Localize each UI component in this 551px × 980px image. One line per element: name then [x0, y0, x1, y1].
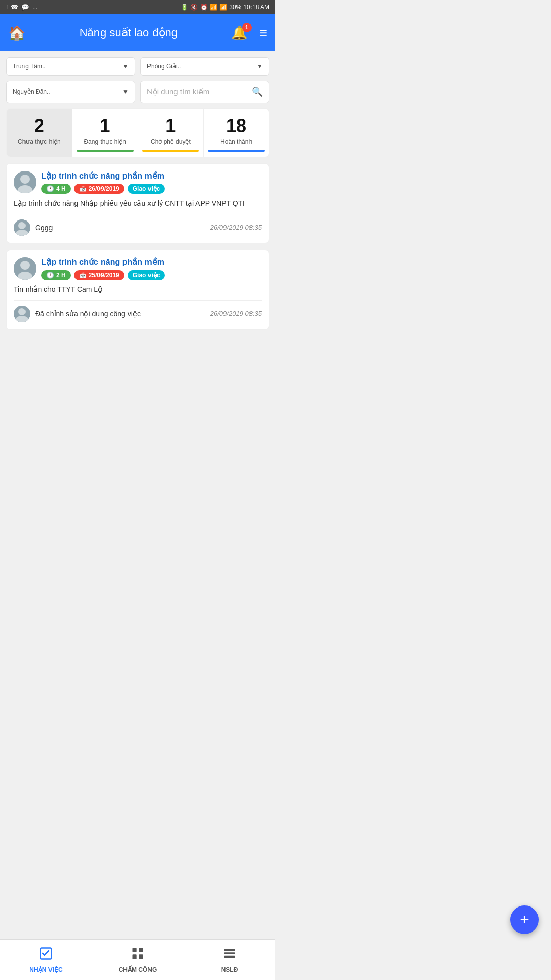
battery-percent: 30%	[229, 4, 241, 11]
stat-dang-thuc-hien[interactable]: 1 Đang thực hiện	[72, 109, 138, 157]
stat-label-0: Chưa thực hiện	[11, 138, 68, 145]
clock-icon-1: 🕐	[46, 272, 54, 279]
main-content: Trung Tâm.. ▼ Phòng Giải.. ▼ Nguyễn Đăn.…	[0, 51, 276, 393]
mute-icon: 🔇	[190, 4, 198, 11]
stat-bar-2	[142, 150, 199, 152]
room-dropdown[interactable]: Phòng Giải.. ▼	[140, 57, 269, 76]
search-box[interactable]: Nội dung tìm kiếm 🔍	[140, 81, 269, 103]
task-title-0: Lập trình chức năng phần mềm	[41, 171, 262, 181]
department-dropdown[interactable]: Trung Tâm.. ▼	[6, 57, 135, 76]
status-bar-right: 🔋 🔇 ⏰ 📶 📶 30% 10:18 AM	[181, 4, 269, 11]
dropdown1-chevron: ▼	[122, 63, 129, 70]
task-meta-1: Lập trình chức năng phần mềm 🕐 2 H 📅 25/…	[41, 257, 262, 280]
clock-icon-0: 🕐	[46, 185, 54, 192]
home-icon[interactable]: 🏠	[8, 24, 26, 41]
task-desc-1: Tin nhắn cho TTYT Cam Lộ	[14, 284, 262, 295]
task-divider-0	[14, 214, 262, 214]
fb-icon: f	[6, 4, 8, 11]
task-divider-1	[14, 300, 262, 301]
task-card-1[interactable]: Lập trình chức năng phần mềm 🕐 2 H 📅 25/…	[6, 250, 269, 330]
status-bar: f ☎ 💬 ... 🔋 🔇 ⏰ 📶 📶 30% 10:18 AM	[0, 0, 276, 14]
task-user-1: Đã chỉnh sửa nội dung công việc	[35, 310, 205, 318]
notification-badge: 1	[242, 23, 252, 32]
page-title: Năng suất lao động	[32, 26, 225, 39]
tag-type-1: Giao việc	[128, 270, 165, 280]
tag-hours-0: 🕐 4 H	[41, 184, 71, 194]
filter-row-1: Trung Tâm.. ▼ Phòng Giải.. ▼	[6, 57, 269, 76]
search-icon: 🔍	[252, 86, 263, 97]
task-meta-0: Lập trình chức năng phần mềm 🕐 4 H 📅 26/…	[41, 171, 262, 194]
more-icon: ...	[32, 4, 37, 11]
dropdown3-chevron: ▼	[122, 88, 129, 95]
chat-icon: 💬	[21, 4, 29, 11]
viber-icon: ☎	[11, 4, 18, 11]
app-header: 🏠 Năng suất lao động 🔔 1 ≡	[0, 14, 276, 51]
status-bar-left: f ☎ 💬 ...	[6, 4, 37, 11]
task-user-0: Gggg	[35, 224, 205, 232]
department-value: Trung Tâm..	[13, 63, 46, 70]
task-title-1: Lập trình chức năng phần mềm	[41, 257, 262, 267]
svg-point-10	[18, 308, 26, 315]
task-card-0[interactable]: Lập trình chức năng phần mềm 🕐 4 H 📅 26/…	[6, 163, 269, 243]
stat-number-1: 1	[77, 116, 134, 136]
stat-label-2: Chờ phê duyệt	[142, 138, 199, 145]
person-value: Nguyễn Đăn..	[13, 88, 51, 95]
battery-icon: 🔋	[181, 4, 188, 11]
task-tags-0: 🕐 4 H 📅 26/09/2019 Giao việc	[41, 184, 262, 194]
avatar-1	[14, 257, 36, 280]
stat-bar-3	[208, 150, 265, 152]
notification-bell[interactable]: 🔔 1	[231, 25, 247, 41]
stat-hoan-thanh[interactable]: 18 Hoàn thành	[204, 109, 269, 157]
stats-card: 2 Chưa thực hiện 1 Đang thực hiện 1 Chờ …	[6, 108, 269, 157]
task-time-0: 26/09/2019 08:35	[210, 224, 262, 231]
task-header-0: Lập trình chức năng phần mềm 🕐 4 H 📅 26/…	[14, 171, 262, 194]
task-footer-0: Gggg 26/09/2019 08:35	[14, 219, 262, 236]
stat-label-1: Đang thực hiện	[77, 138, 134, 145]
tag-date-0: 📅 26/09/2019	[74, 184, 124, 194]
time-display: 10:18 AM	[243, 4, 269, 11]
wifi-icon: 📶	[210, 4, 217, 11]
task-tags-1: 🕐 2 H 📅 25/09/2019 Giao việc	[41, 270, 262, 280]
room-value: Phòng Giải..	[147, 63, 181, 70]
avatar-0	[14, 171, 36, 193]
task-desc-0: Lập trình chức năng Nhập phiếu yêu cầu x…	[14, 198, 262, 209]
tag-hours-1: 🕐 2 H	[41, 270, 71, 280]
task-header-1: Lập trình chức năng phần mềm 🕐 2 H 📅 25/…	[14, 257, 262, 280]
stat-bar-0	[11, 150, 68, 152]
calendar-icon-1: 📅	[79, 272, 87, 279]
search-placeholder: Nội dung tìm kiếm	[147, 87, 209, 96]
stat-bar-1	[77, 150, 134, 152]
svg-point-1	[20, 175, 30, 184]
svg-point-7	[20, 261, 30, 270]
avatar-footer-0	[14, 219, 30, 236]
stat-number-3: 18	[208, 116, 265, 136]
dropdown2-chevron: ▼	[257, 63, 263, 70]
svg-point-4	[18, 222, 26, 229]
stat-number-0: 2	[11, 116, 68, 136]
avatar-footer-1	[14, 306, 30, 322]
alarm-icon: ⏰	[200, 4, 208, 11]
stat-chua-thuc-hien[interactable]: 2 Chưa thực hiện	[7, 109, 72, 157]
person-dropdown[interactable]: Nguyễn Đăn.. ▼	[6, 81, 135, 103]
signal-icon: 📶	[219, 4, 227, 11]
filter-row-2: Nguyễn Đăn.. ▼ Nội dung tìm kiếm 🔍	[6, 81, 269, 103]
task-footer-1: Đã chỉnh sửa nội dung công việc 26/09/20…	[14, 306, 262, 322]
stat-number-2: 1	[142, 116, 199, 136]
stat-label-3: Hoàn thành	[208, 138, 265, 145]
calendar-icon-0: 📅	[79, 185, 87, 192]
tag-date-1: 📅 25/09/2019	[74, 270, 124, 280]
menu-icon[interactable]: ≡	[260, 25, 267, 41]
tag-type-0: Giao việc	[128, 184, 165, 194]
stat-cho-phe-duyet[interactable]: 1 Chờ phê duyệt	[138, 109, 204, 157]
task-time-1: 26/09/2019 08:35	[210, 310, 262, 317]
